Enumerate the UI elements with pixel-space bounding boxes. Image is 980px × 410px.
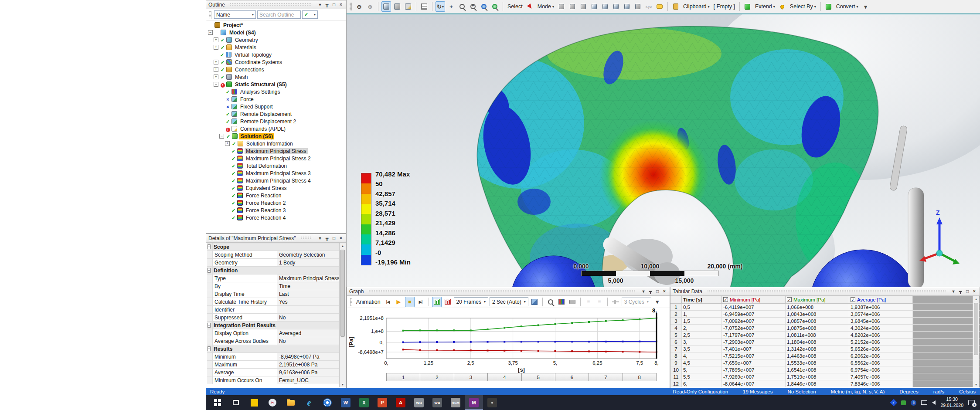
column-checkbox[interactable]: ✓ (787, 297, 792, 302)
zoom-all-button[interactable] (490, 1, 500, 12)
scroll-down-icon[interactable]: ▾ (340, 382, 346, 387)
skip-to-end-button[interactable]: ▶| (416, 297, 425, 307)
table-row[interactable]: 31,5-7,0092e+0071,0857e+0083,6845e+006 (670, 318, 980, 325)
column-header-maximum-pa[interactable]: ✓Maximum [Pa] (786, 296, 849, 304)
expand-icon[interactable]: + (214, 60, 218, 64)
export-video-button[interactable] (530, 297, 539, 307)
details-value[interactable]: 1 Body (277, 259, 339, 266)
cycle-cell-2[interactable]: 2 (420, 373, 454, 381)
tree-item-virtual-topology[interactable]: ✓Virtual Topology (206, 51, 346, 58)
settings-key-icon[interactable]: ⚷ (911, 400, 916, 406)
select-node-button[interactable] (600, 1, 610, 12)
result-set-list-button[interactable]: ≡ (584, 297, 593, 307)
details-value[interactable]: No (277, 314, 339, 321)
zoom-fit-button[interactable] (479, 1, 489, 12)
rotate-button[interactable]: ↻▾ (436, 1, 445, 12)
cycle-cell-3[interactable]: 3 (454, 373, 488, 381)
tree-item-maximum-principal-stress-2[interactable]: ✓Maximum Principal Stress 2 (206, 155, 346, 162)
scroll-up-icon[interactable]: ▴ (973, 296, 979, 302)
tree-item-force[interactable]: ×Force (206, 95, 346, 103)
rsm-app[interactable]: RSM (446, 395, 465, 410)
tree-item-solution-information[interactable]: +✓Solution Information (206, 140, 346, 147)
tree-item-force-reaction-4[interactable]: ✓Force Reaction 4 (206, 214, 346, 221)
tabular-scrollbar[interactable]: ▴ ▾ (973, 296, 979, 387)
column-header-minimum-pa[interactable]: ✓Minimum [Pa] (722, 296, 786, 304)
menu-down-icon[interactable]: ▾ (640, 289, 647, 294)
extend-icon[interactable] (743, 1, 752, 12)
cycle-cell-8[interactable]: 8 (623, 373, 657, 381)
tree-item-fixed-support[interactable]: ×Fixed Support (206, 103, 346, 110)
graph-title-bar[interactable]: Graph ▾┳□× (347, 287, 670, 296)
graph-overflow-button[interactable]: ▾ (653, 297, 662, 307)
select-face-button[interactable] (578, 1, 588, 12)
tree-item-force-reaction-2[interactable]: ✓Force Reaction 2 (206, 199, 346, 207)
expand-icon[interactable]: + (214, 75, 218, 79)
selectby-dropdown[interactable]: Select By▾ (789, 3, 817, 10)
tree-item-mesh[interactable]: +✓Mesh (206, 73, 346, 81)
maximize-icon[interactable]: □ (654, 289, 660, 294)
tree-item-materials[interactable]: +✓Materials (206, 44, 346, 51)
workbench-2-app[interactable]: WB (428, 395, 446, 410)
details-scrollbar[interactable]: ▴ ▾ (339, 243, 346, 387)
scrollbar-thumb[interactable] (340, 250, 345, 337)
network-display-icon[interactable] (921, 400, 927, 405)
tree-item-force-reaction[interactable]: ✓Force Reaction (206, 192, 346, 199)
contour-range-button[interactable] (557, 297, 566, 307)
clipboard-empty-label[interactable]: [ Empty ] (712, 3, 736, 10)
annotation-tag-button[interactable] (655, 1, 664, 12)
cycles-combo[interactable]: 3 Cycles▾ (622, 297, 651, 306)
cycle-cell-4[interactable]: 4 (488, 373, 521, 381)
close-icon[interactable]: × (971, 289, 977, 294)
search-filter-combo[interactable]: ✓ ▾ (302, 10, 318, 19)
table-row[interactable]: 115,5-7,9269e+0071,7519e+0087,4057e+006 (670, 373, 980, 380)
details-value[interactable]: 9,6163e+006 Pa (277, 369, 339, 376)
zoom-graph-button[interactable] (546, 297, 555, 307)
select-element-face-button[interactable] (611, 1, 621, 12)
name-filter-combo[interactable]: Name ▾ (214, 10, 256, 19)
close-icon[interactable]: × (338, 2, 344, 7)
details-value[interactable]: 2,1951e+008 Pa (277, 361, 339, 368)
coordinates-button[interactable]: x,y,z (644, 1, 653, 12)
pin-icon[interactable]: ┳ (324, 2, 330, 7)
cycle-number-bar[interactable]: 12345678 (386, 373, 657, 381)
details-value[interactable]: No (277, 337, 339, 345)
tree-item-force-reaction-3[interactable]: ✓Force Reaction 3 (206, 207, 346, 214)
stop-button[interactable]: ■ (405, 297, 415, 307)
table-row[interactable]: 52,5-7,1797e+0071,0811e+0084,8202e+006 (670, 332, 980, 339)
column-header-average-pa[interactable]: ✓Average [Pa] (849, 296, 913, 304)
cycle-cell-1[interactable]: 1 (386, 373, 420, 381)
details-value[interactable]: Last (277, 290, 339, 298)
browser-app[interactable] (318, 395, 337, 410)
powerpoint-app[interactable]: P (373, 395, 391, 410)
details-value[interactable]: Geometry Selection (277, 251, 339, 258)
details-value[interactable]: Maximum Principal Stress (277, 274, 339, 282)
details-section-results[interactable]: −Results (207, 345, 339, 353)
select-cursor-icon[interactable] (525, 1, 535, 12)
duration-combo[interactable]: 2 Sec (Auto)▾ (490, 297, 528, 306)
internet-explorer-app[interactable]: e (300, 395, 318, 410)
cycle-cell-7[interactable]: 7 (589, 373, 623, 381)
volume-icon[interactable] (932, 400, 936, 405)
selectby-icon[interactable] (778, 1, 787, 12)
table-row[interactable]: 105,-7,7895e+0071,6541e+0086,9754e+006 (670, 366, 980, 373)
expand-icon[interactable]: + (225, 141, 230, 146)
toolbar-overflow-button[interactable]: ▾ (861, 1, 870, 12)
result-chart-red-button[interactable] (443, 297, 453, 307)
snipping-tool-app[interactable]: ✂ (263, 395, 282, 410)
select-body-button[interactable] (589, 1, 599, 12)
menu-down-icon[interactable]: ▾ (317, 236, 323, 241)
collapse-icon[interactable]: − (208, 346, 211, 351)
menu-down-icon[interactable]: ▾ (950, 289, 956, 294)
details-value[interactable]: Averaged (277, 329, 339, 337)
table-row[interactable]: 21,-6,9459e+0071,0843e+0083,0574e+006 (670, 311, 980, 318)
tree-item-maximum-principal-stress-3[interactable]: ✓Maximum Principal Stress 3 (206, 169, 346, 177)
zoom-in-button[interactable]: ⊕ (365, 1, 375, 12)
select-element-button[interactable] (622, 1, 632, 12)
tree-item-solution-s6[interactable]: −✓Solution (S6) (206, 132, 346, 140)
viewports-button[interactable] (419, 1, 429, 12)
tree-item-maximum-principal-stress-4[interactable]: ✓Maximum Principal Stress 4 (206, 177, 346, 184)
notification-center-icon[interactable]: 1 (968, 400, 975, 405)
task-view-button[interactable] (227, 395, 245, 410)
details-value[interactable]: Yes (277, 298, 339, 305)
table-row[interactable]: 94,5-7,659e+0071,5533e+0086,5562e+006 (670, 359, 980, 366)
